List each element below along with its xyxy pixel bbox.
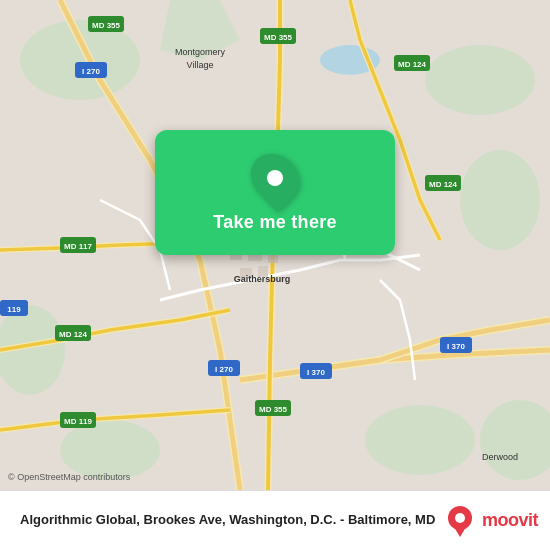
location-pin-icon (253, 152, 297, 204)
svg-text:MD 355: MD 355 (264, 33, 293, 42)
svg-rect-12 (268, 255, 278, 263)
svg-text:Village: Village (187, 60, 214, 70)
take-me-there-button[interactable]: Take me there (155, 130, 395, 255)
svg-point-2 (425, 45, 535, 115)
svg-text:I 370: I 370 (307, 368, 325, 377)
svg-text:119: 119 (7, 305, 21, 314)
svg-text:I 270: I 270 (82, 67, 100, 76)
svg-point-47 (455, 513, 465, 523)
svg-text:Gaithersburg: Gaithersburg (234, 274, 291, 284)
svg-text:MD 124: MD 124 (59, 330, 88, 339)
svg-text:MD 124: MD 124 (398, 60, 427, 69)
svg-point-6 (365, 405, 475, 475)
svg-point-3 (460, 150, 540, 250)
svg-text:I 370: I 370 (447, 342, 465, 351)
svg-text:MD 355: MD 355 (259, 405, 288, 414)
svg-point-7 (60, 420, 160, 480)
location-name: Algorithmic Global, Brookes Ave, Washing… (20, 512, 444, 529)
svg-text:MD 124: MD 124 (429, 180, 458, 189)
svg-text:© OpenStreetMap contributors: © OpenStreetMap contributors (8, 472, 131, 482)
moovit-text-label: moovit (482, 510, 538, 531)
svg-text:MD 117: MD 117 (64, 242, 93, 251)
take-me-there-label[interactable]: Take me there (213, 212, 337, 233)
svg-text:I 270: I 270 (215, 365, 233, 374)
location-info: Algorithmic Global, Brookes Ave, Washing… (20, 512, 444, 529)
svg-text:Montgomery: Montgomery (175, 47, 226, 57)
moovit-logo-area: moovit (444, 505, 538, 537)
svg-text:MD 119: MD 119 (64, 417, 93, 426)
moovit-logo-icon (444, 505, 476, 537)
map-container: I 270 MD 355 MD 355 MD 124 MD 124 MD 117… (0, 0, 550, 490)
svg-text:Derwood: Derwood (482, 452, 518, 462)
svg-text:MD 355: MD 355 (92, 21, 121, 30)
bottom-bar: Algorithmic Global, Brookes Ave, Washing… (0, 490, 550, 550)
